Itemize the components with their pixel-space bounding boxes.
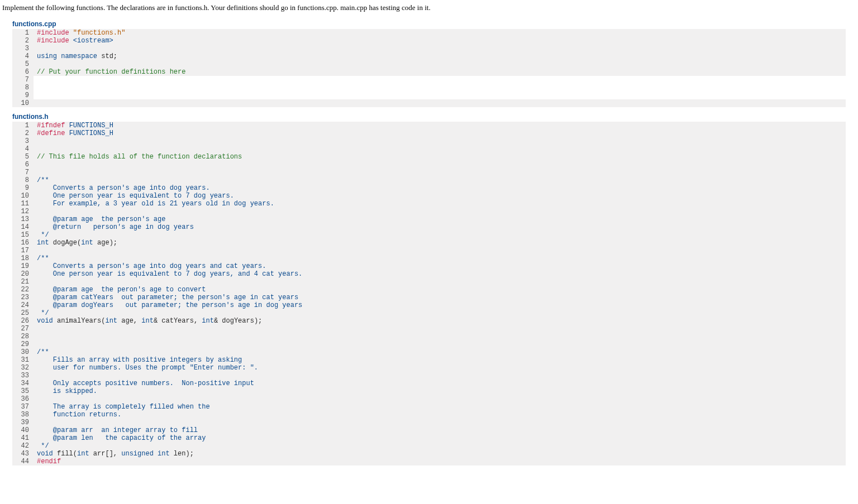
- line-number: 7: [12, 76, 34, 84]
- line-number: 2: [12, 129, 34, 137]
- code-token: len);: [170, 450, 194, 458]
- line-number: 7: [12, 169, 34, 176]
- line-number: 16: [12, 239, 34, 247]
- code-token: Only accepts positive numbers. Non-posit…: [37, 380, 254, 387]
- code-token: the person's age: [93, 215, 166, 223]
- code-content: /**: [34, 255, 846, 262]
- code-token: age,: [117, 317, 141, 325]
- code-line: 41 @param len the capacity of the array: [12, 434, 846, 442]
- code-content: int dogAge(int age);: [34, 239, 846, 247]
- code-content[interactable]: [34, 76, 846, 84]
- code-line: 26void animalYears(int age, int& catYear…: [12, 317, 846, 325]
- instructions-text: Implement the following functions. The d…: [0, 0, 858, 18]
- code-token: /**: [37, 255, 49, 262]
- code-line: 33: [12, 372, 846, 380]
- code-token: int: [158, 450, 170, 458]
- line-number: 32: [12, 364, 34, 372]
- line-number: 15: [12, 231, 34, 239]
- line-number: 2: [12, 37, 34, 45]
- code-token: out parameter; the person's age in dog y…: [113, 301, 302, 309]
- code-token: & dogYears);: [214, 317, 262, 325]
- line-number: 23: [12, 294, 34, 301]
- line-number: 26: [12, 317, 34, 325]
- code-content: [34, 60, 846, 68]
- code-token: #include: [37, 29, 69, 37]
- line-number: 31: [12, 356, 34, 364]
- file-label: functions.h: [0, 111, 858, 122]
- code-line: 10: [12, 99, 846, 107]
- line-number: 4: [12, 52, 34, 60]
- code-content: // This file holds all of the function d…: [34, 153, 846, 161]
- code-line: 32 user for numbers. Uses the prompt "En…: [12, 364, 846, 372]
- code-content: [34, 395, 846, 403]
- code-content: @param age the peron's age to convert: [34, 286, 846, 294]
- code-line: 1#ifndef FUNCTIONS_H: [12, 122, 846, 129]
- code-content[interactable]: [34, 92, 846, 99]
- code-line: 37 The array is completely filled when t…: [12, 403, 846, 411]
- code-token: The array is completely filled when the: [37, 403, 210, 411]
- line-number: 9: [12, 184, 34, 192]
- code-content: [34, 372, 846, 380]
- code-line: 3: [12, 45, 846, 52]
- code-token: out parameter; the person's age in cat y…: [113, 294, 298, 301]
- code-token: Converts a person's age into dog years a…: [37, 262, 266, 270]
- code-content: /**: [34, 176, 846, 184]
- line-number: 34: [12, 380, 34, 387]
- code-token: catYears: [81, 294, 113, 301]
- line-number: 41: [12, 434, 34, 442]
- code-token: int: [141, 317, 154, 325]
- code-content: [34, 99, 846, 107]
- code-content: @param catYears out parameter; the perso…: [34, 294, 846, 301]
- code-content: One person year is equivalent to 7 dog y…: [34, 270, 846, 278]
- line-number: 38: [12, 411, 34, 419]
- line-number: 30: [12, 348, 34, 356]
- code-token: animalYears(: [53, 317, 106, 325]
- code-token: int: [81, 239, 93, 247]
- line-number: 10: [12, 99, 34, 107]
- code-token: the capacity of the array: [93, 434, 206, 442]
- code-content: is skipped.: [34, 387, 846, 395]
- code-token: age: [81, 286, 93, 294]
- line-number: 1: [12, 29, 34, 37]
- line-number: 1: [12, 122, 34, 129]
- code-line: 25 */: [12, 309, 846, 317]
- line-number: 13: [12, 215, 34, 223]
- code-token: user for numbers. Uses the prompt "Enter…: [37, 364, 258, 372]
- code-content[interactable]: [34, 84, 846, 92]
- code-token: function returns.: [37, 411, 121, 419]
- code-content: void fill(int arr[], unsigned int len);: [34, 450, 846, 458]
- code-line: 31 Fills an array with positive integers…: [12, 356, 846, 364]
- code-token: @param: [37, 426, 81, 434]
- code-content: [34, 145, 846, 153]
- line-number: 22: [12, 286, 34, 294]
- code-token: /**: [37, 348, 49, 356]
- code-token: is skipped.: [37, 387, 97, 395]
- code-token: unsigned: [121, 450, 154, 458]
- line-number: 19: [12, 262, 34, 270]
- code-line: 10 One person year is equivalent to 7 do…: [12, 192, 846, 200]
- code-content: [34, 45, 846, 52]
- code-token: age: [81, 215, 93, 223]
- code-content: [34, 333, 846, 340]
- code-token: person's age in dog years: [93, 223, 194, 231]
- code-line: 44#endif: [12, 458, 846, 465]
- line-number: 36: [12, 395, 34, 403]
- code-token: #define: [37, 129, 65, 137]
- code-content: [34, 247, 846, 255]
- code-content: [34, 419, 846, 426]
- code-content: @param dogYears out parameter; the perso…: [34, 301, 846, 309]
- line-number: 6: [12, 161, 34, 169]
- line-number: 29: [12, 340, 34, 348]
- line-number: 39: [12, 419, 34, 426]
- code-line: 22 @param age the peron's age to convert: [12, 286, 846, 294]
- code-token: using: [37, 52, 57, 60]
- code-line: 7: [12, 169, 846, 176]
- line-number: 27: [12, 325, 34, 333]
- line-number: 9: [12, 92, 34, 99]
- code-content: One person year is equivalent to 7 dog y…: [34, 192, 846, 200]
- line-number: 18: [12, 255, 34, 262]
- code-token: <iostream>: [73, 37, 113, 45]
- code-line: 6// Put your function definitions here: [12, 68, 846, 76]
- code-line: 35 is skipped.: [12, 387, 846, 395]
- line-number: 24: [12, 301, 34, 309]
